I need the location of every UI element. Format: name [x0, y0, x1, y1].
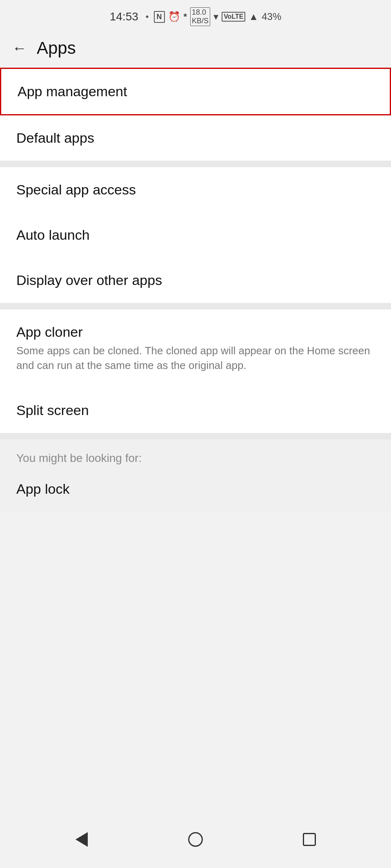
section-divider-1 [0, 161, 391, 167]
suggestion-section: You might be looking for: App lock [0, 440, 391, 511]
suggestion-item-app-lock-title: App lock [16, 481, 69, 497]
back-button[interactable]: ← [12, 40, 27, 57]
menu-item-split-screen[interactable]: Split screen [0, 388, 391, 433]
menu-item-default-apps[interactable]: Default apps [0, 115, 391, 161]
menu-item-display-over-other-apps-title: Display over other apps [16, 272, 162, 288]
battery-icon: 43% [262, 11, 281, 22]
section-divider-3 [0, 433, 391, 440]
menu-item-special-app-access-title: Special app access [16, 182, 136, 197]
home-circle-icon [188, 832, 203, 847]
menu-item-special-app-access[interactable]: Special app access [0, 167, 391, 212]
content-area: App management Default apps Special app … [0, 68, 391, 663]
menu-item-auto-launch[interactable]: Auto launch [0, 212, 391, 258]
recents-square-icon [303, 833, 316, 846]
section-divider-2 [0, 303, 391, 309]
volte-icon: VoLTE [222, 12, 245, 22]
menu-item-app-cloner[interactable]: App cloner Some apps can be cloned. The … [0, 309, 391, 388]
menu-item-split-screen-title: Split screen [16, 402, 89, 418]
nav-recents-button[interactable] [297, 827, 322, 852]
status-dot: • [146, 11, 149, 22]
menu-item-display-over-other-apps[interactable]: Display over other apps [0, 258, 391, 303]
spacer [0, 663, 391, 815]
nfc-icon: N [154, 11, 165, 23]
status-bar: 14:53 • N ⏰ * 18.0KB/S ▾ VoLTE ▲ 43% [0, 0, 391, 30]
bluetooth-icon: * [184, 11, 187, 22]
page-title: Apps [37, 38, 76, 58]
menu-item-app-management-title: App management [18, 84, 127, 99]
back-triangle-icon [76, 832, 88, 847]
nav-back-button[interactable] [69, 827, 94, 852]
menu-item-app-management[interactable]: App management [0, 68, 391, 115]
suggestion-label: You might be looking for: [16, 452, 375, 465]
network-speed-icon: 18.0KB/S [190, 7, 210, 26]
menu-item-auto-launch-title: Auto launch [16, 227, 90, 243]
suggestion-item-app-lock[interactable]: App lock [16, 471, 375, 507]
alarm-icon: ⏰ [168, 11, 180, 22]
menu-item-app-cloner-subtitle: Some apps can be cloned. The cloned app … [16, 343, 375, 373]
wifi-icon: ▾ [213, 11, 218, 22]
menu-item-default-apps-title: Default apps [16, 130, 94, 146]
nav-home-button[interactable] [183, 827, 208, 852]
signal-icon: ▲ [249, 11, 258, 22]
status-icons: N ⏰ * 18.0KB/S ▾ VoLTE ▲ 43% [154, 7, 282, 26]
nav-bar [0, 815, 391, 868]
menu-item-app-cloner-title: App cloner [16, 324, 83, 340]
page-header: ← Apps [0, 30, 391, 68]
status-time: 14:53 [110, 10, 138, 23]
